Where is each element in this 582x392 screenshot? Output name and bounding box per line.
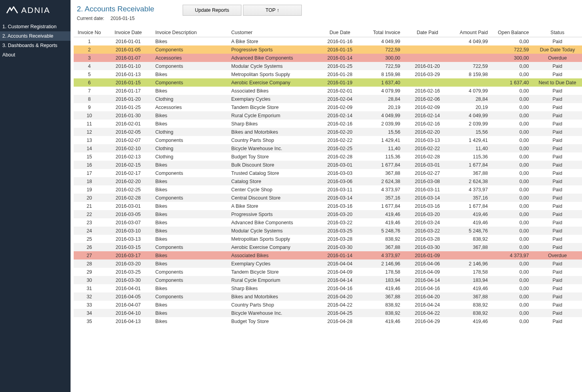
cell-status: Paid bbox=[533, 128, 582, 136]
cell-total: 1 429,41 bbox=[363, 136, 404, 144]
cell-idate: 2016-01-01 bbox=[105, 37, 152, 46]
cell-no: 34 bbox=[74, 309, 105, 317]
table-row[interactable]: 112016-02-01BikesSharp Bikes2016-02-162 … bbox=[74, 120, 582, 128]
table-row[interactable]: 272016-03-17BikesAssociated Bikes2016-01… bbox=[74, 251, 582, 260]
col-header: Status bbox=[533, 28, 582, 37]
table-row[interactable]: 32016-01-07AccessoriesAdvanced Bike Comp… bbox=[74, 54, 582, 62]
table-row[interactable]: 222016-03-05BikesProgressive Sports2016-… bbox=[74, 210, 582, 218]
cell-no: 27 bbox=[74, 251, 105, 260]
nav-item-0[interactable]: 1. Customer Registration bbox=[0, 22, 71, 31]
cell-paid_amt: 5 248,76 bbox=[451, 227, 492, 235]
cell-desc: Bikes bbox=[151, 177, 227, 185]
table-row[interactable]: 152016-02-13ClothingBudget Toy Store2016… bbox=[74, 152, 582, 161]
cell-total: 1 677,84 bbox=[363, 202, 404, 210]
cell-no: 31 bbox=[74, 284, 105, 292]
table-row[interactable]: 262016-03-15ComponentsAerobic Exercise C… bbox=[74, 243, 582, 251]
cell-idate: 2016-02-25 bbox=[105, 185, 152, 194]
table-row[interactable]: 192016-02-25BikesCenter Cycle Shop2016-0… bbox=[74, 185, 582, 194]
table-row[interactable]: 172016-02-17ComponentsTrusted Catalog St… bbox=[74, 169, 582, 177]
cell-cust: Bicycle Warehouse Inc. bbox=[227, 309, 317, 317]
cell-due: 2016-04-25 bbox=[317, 309, 363, 317]
nav-item-3[interactable]: About bbox=[0, 50, 71, 60]
table-row[interactable]: 282016-03-20BikesExemplary Cycles2016-04… bbox=[74, 260, 582, 268]
table-row[interactable]: 202016-02-28ComponentsCentral Discount S… bbox=[74, 194, 582, 202]
cell-open: 0,00 bbox=[492, 309, 533, 317]
cell-no: 10 bbox=[74, 111, 105, 120]
table-row[interactable]: 342016-04-10BikesBicycle Warehouse Inc.2… bbox=[74, 309, 582, 317]
cell-due: 2016-01-19 bbox=[317, 78, 363, 87]
table-row[interactable]: 92016-01-25AccessoriesTandem Bicycle Sto… bbox=[74, 103, 582, 111]
table-row[interactable]: 242016-03-10BikesModular Cycle Systems20… bbox=[74, 227, 582, 235]
cell-cust: Aerobic Exercise Company bbox=[227, 243, 317, 251]
cell-paid_amt: 2 039,99 bbox=[451, 120, 492, 128]
cell-open: 0,00 bbox=[492, 194, 533, 202]
table-row[interactable]: 42016-01-10ComponentsModular Cycle Syste… bbox=[74, 62, 582, 70]
nav-item-1[interactable]: 2. Accounts Receivable bbox=[0, 31, 71, 41]
cell-idate: 2016-02-01 bbox=[105, 120, 152, 128]
cell-desc: Components bbox=[151, 276, 227, 284]
table-row[interactable]: 52016-01-13BikesMetropolitan Sports Supp… bbox=[74, 70, 582, 78]
cell-idate: 2016-03-17 bbox=[105, 251, 152, 260]
table-row[interactable]: 82016-01-20ClothingExemplary Cycles2016-… bbox=[74, 95, 582, 103]
cell-paid_date: 2016-02-20 bbox=[404, 128, 451, 136]
table-row[interactable]: 162016-02-15BikesBulk Discount Store2016… bbox=[74, 161, 582, 169]
table-row[interactable]: 72016-01-17BikesAssociated Bikes2016-02-… bbox=[74, 87, 582, 95]
cell-due: 2016-04-22 bbox=[317, 301, 363, 309]
table-row[interactable]: 62016-01-15ComponentsAerobic Exercise Co… bbox=[74, 78, 582, 87]
table-row[interactable]: 292016-03-25ComponentsTandem Bicycle Sto… bbox=[74, 268, 582, 276]
cell-desc: Bikes bbox=[151, 37, 227, 46]
table-row[interactable]: 22016-01-05ComponentsProgressive Sports2… bbox=[74, 45, 582, 54]
cell-desc: Clothing bbox=[151, 128, 227, 136]
cell-status: Paid bbox=[533, 87, 582, 95]
current-date-value: 2016-01-15 bbox=[111, 16, 134, 21]
cell-due: 2016-03-22 bbox=[317, 218, 363, 227]
cell-no: 35 bbox=[74, 317, 105, 325]
cell-desc: Accessories bbox=[151, 103, 227, 111]
nav-item-2[interactable]: 3. Dashboards & Reports bbox=[0, 41, 71, 50]
table-row[interactable]: 302016-03-30ComponentsRural Cycle Empori… bbox=[74, 276, 582, 284]
table-row[interactable]: 322016-04-05ComponentsBikes and Motorbik… bbox=[74, 292, 582, 301]
cell-due: 2016-02-20 bbox=[317, 128, 363, 136]
cell-status: Paid bbox=[533, 260, 582, 268]
table-row[interactable]: 252016-03-13BikesMetropolitan Sports Sup… bbox=[74, 235, 582, 243]
cell-paid_date: 2016-01-20 bbox=[404, 62, 451, 70]
update-reports-button[interactable]: Update Reports bbox=[183, 5, 241, 16]
page-title: 2. Accounts Receivable bbox=[77, 5, 183, 13]
cell-no: 15 bbox=[74, 152, 105, 161]
cell-open: 4 373,97 bbox=[492, 251, 533, 260]
table-row[interactable]: 182016-02-20BikesCatalog Store2016-03-06… bbox=[74, 177, 582, 185]
table-row[interactable]: 102016-01-30BikesRural Cycle Emporium201… bbox=[74, 111, 582, 120]
table-row[interactable]: 142016-02-10ClothingBicycle Warehouse In… bbox=[74, 144, 582, 152]
cell-open: 1 637,40 bbox=[492, 78, 533, 87]
table-row[interactable]: 132016-02-07ComponentsCountry Parts Shop… bbox=[74, 136, 582, 144]
top-button[interactable]: TOP ↑ bbox=[243, 5, 302, 16]
table-row[interactable]: 12016-01-01BikesA Bike Store2016-01-164 … bbox=[74, 37, 582, 46]
cell-idate: 2016-02-07 bbox=[105, 136, 152, 144]
cell-cust: Modular Cycle Systems bbox=[227, 62, 317, 70]
cell-paid_date: 2016-03-08 bbox=[404, 177, 451, 185]
cell-no: 4 bbox=[74, 62, 105, 70]
table-row[interactable]: 352016-04-13BikesBudget Toy Store2016-04… bbox=[74, 317, 582, 325]
cell-no: 26 bbox=[74, 243, 105, 251]
table-row[interactable]: 312016-04-01BikesSharp Bikes2016-04-1641… bbox=[74, 284, 582, 292]
table-row[interactable]: 212016-03-01BikesA Bike Store2016-03-161… bbox=[74, 202, 582, 210]
cell-cust: Rural Cycle Emporium bbox=[227, 276, 317, 284]
cell-total: 11,40 bbox=[363, 144, 404, 152]
table-row[interactable]: 332016-04-07BikesCountry Parts Shop2016-… bbox=[74, 301, 582, 309]
cell-open: 0,00 bbox=[492, 70, 533, 78]
cell-desc: Bikes bbox=[151, 202, 227, 210]
cell-cust: Trusted Catalog Store bbox=[227, 169, 317, 177]
table-row[interactable]: 232016-03-07BikesAdvanced Bike Component… bbox=[74, 218, 582, 227]
table-row[interactable]: 122016-02-05ClothingBikes and Motorbikes… bbox=[74, 128, 582, 136]
cell-status: Paid bbox=[533, 144, 582, 152]
cell-desc: Bikes bbox=[151, 317, 227, 325]
cell-paid_amt: 4 049,99 bbox=[451, 111, 492, 120]
cell-status: Paid bbox=[533, 120, 582, 128]
cell-status: Next to Due Date bbox=[533, 78, 582, 87]
cell-due: 2016-03-25 bbox=[317, 227, 363, 235]
cell-total: 15,56 bbox=[363, 128, 404, 136]
cell-desc: Bikes bbox=[151, 251, 227, 260]
cell-desc: Bikes bbox=[151, 301, 227, 309]
cell-paid_amt: 419,46 bbox=[451, 284, 492, 292]
cell-open: 0,00 bbox=[492, 227, 533, 235]
